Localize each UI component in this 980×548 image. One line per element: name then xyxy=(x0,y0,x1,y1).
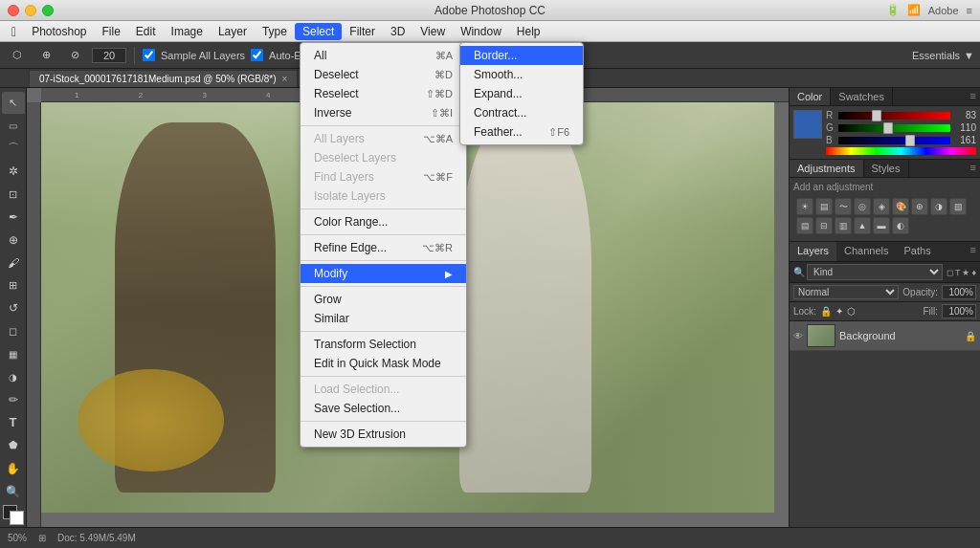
color-spectrum[interactable] xyxy=(826,147,976,155)
file-menu[interactable]: File xyxy=(95,23,128,40)
canvas-image[interactable] xyxy=(41,102,774,513)
zoom-fit-icon[interactable]: ⊞ xyxy=(38,533,46,543)
blend-mode-select[interactable]: Normal xyxy=(793,285,899,299)
canvas-container xyxy=(41,102,774,513)
brush-tool[interactable]: 🖌 xyxy=(2,252,25,274)
history-tool[interactable]: ↺ xyxy=(2,297,25,319)
posterize-adj[interactable]: ▥ xyxy=(835,217,852,234)
path-tool[interactable]: ⬟ xyxy=(2,434,25,456)
view-menu[interactable]: View xyxy=(412,23,453,40)
channels-tab[interactable]: Channels xyxy=(836,242,896,261)
tool-icon-1[interactable]: ⬡ xyxy=(6,44,29,67)
green-thumb[interactable] xyxy=(883,122,893,134)
curves-adj[interactable]: 〜 xyxy=(835,198,852,215)
filter-icon-4[interactable]: ♦ xyxy=(971,268,976,277)
gradient-tool[interactable]: ▦ xyxy=(2,343,25,365)
image-menu[interactable]: Image xyxy=(164,23,211,40)
move-tool[interactable]: ↖ xyxy=(2,92,25,114)
lock-all-icon[interactable]: ⬡ xyxy=(847,306,856,317)
minimize-button[interactable] xyxy=(25,5,36,16)
selective-color-adj[interactable]: ◐ xyxy=(892,217,909,234)
red-thumb[interactable] xyxy=(872,110,881,121)
magic-wand-tool[interactable]: ✲ xyxy=(2,161,25,183)
sample-all-layers-checkbox[interactable] xyxy=(143,49,155,61)
tool-icon-3[interactable]: ⊘ xyxy=(63,44,86,67)
window-menu[interactable]: Window xyxy=(453,23,509,40)
filter-icon-2[interactable]: T xyxy=(955,268,961,277)
marquee-tool[interactable]: ▭ xyxy=(2,115,25,137)
blue-slider[interactable] xyxy=(838,137,950,144)
filter-icon-3[interactable]: ★ xyxy=(962,268,969,277)
brightness-adj[interactable]: ☀ xyxy=(796,198,813,215)
hsl-adj[interactable]: 🎨 xyxy=(892,198,909,215)
gradient-map-adj[interactable]: ▬ xyxy=(873,217,890,234)
exposure-adj[interactable]: ◎ xyxy=(854,198,871,215)
select-menu-item[interactable]: Select xyxy=(295,23,342,40)
edit-menu[interactable]: Edit xyxy=(128,23,164,40)
layers-tab[interactable]: Layers xyxy=(790,242,836,261)
eyedropper-tool[interactable]: ✒ xyxy=(2,206,25,228)
tab-close-icon[interactable]: × xyxy=(282,74,288,84)
hand-tool[interactable]: ✋ xyxy=(2,457,25,479)
essentials-control[interactable]: Essentials ▼ xyxy=(912,50,974,61)
foreground-background-colors[interactable] xyxy=(3,505,24,525)
lasso-tool[interactable]: ⌒ xyxy=(2,138,25,160)
pen-tool[interactable]: ✏ xyxy=(2,389,25,411)
photoshop-menu[interactable]: Photoshop xyxy=(24,23,94,40)
search-icon: 🔍 xyxy=(793,267,805,277)
layer-menu[interactable]: Layer xyxy=(211,23,255,40)
zoom-tool[interactable]: 🔍 xyxy=(2,480,25,502)
levels-adj[interactable]: ▤ xyxy=(815,198,833,215)
text-tool[interactable]: T xyxy=(2,411,25,433)
green-slider[interactable] xyxy=(838,124,950,132)
help-menu[interactable]: Help xyxy=(509,23,548,40)
swatches-tab[interactable]: Swatches xyxy=(831,88,893,105)
filter-icon-1[interactable]: ◻ xyxy=(947,268,953,277)
type-menu[interactable]: Type xyxy=(255,23,295,40)
tool-icon-2[interactable]: ⊕ xyxy=(34,44,57,67)
background-layer-row[interactable]: 👁 Background 🔒 xyxy=(790,321,980,351)
brush-size-input[interactable] xyxy=(92,48,126,63)
document-tab[interactable]: 07-iStock_000017617181Medium.psd @ 50% (… xyxy=(29,70,298,87)
essentials-label: Essentials xyxy=(912,50,960,61)
photo-filter-adj[interactable]: ▧ xyxy=(949,198,967,215)
blue-slider-row: B 161 xyxy=(826,135,976,145)
styles-tab[interactable]: Styles xyxy=(864,160,909,177)
invert-adj[interactable]: ⊟ xyxy=(815,217,833,234)
eraser-tool[interactable]: ◻ xyxy=(2,320,25,342)
stamp-tool[interactable]: ⊞ xyxy=(2,274,25,296)
layers-kind-select[interactable]: Kind xyxy=(807,264,943,280)
layers-menu-icon[interactable]: ≡ xyxy=(967,242,980,261)
heal-tool[interactable]: ⊕ xyxy=(2,229,25,251)
doc-size: Doc: 5.49M/5.49M xyxy=(57,533,136,543)
maximize-button[interactable] xyxy=(42,5,54,16)
zoom-level: 50% xyxy=(8,533,27,543)
vibrance-adj[interactable]: ◈ xyxy=(873,198,890,215)
filter-menu[interactable]: Filter xyxy=(342,23,383,40)
channel-mix-adj[interactable]: ▤ xyxy=(796,217,813,234)
foreground-swatch[interactable] xyxy=(793,110,822,139)
panel-menu-icon[interactable]: ≡ xyxy=(967,88,980,105)
threshold-adj[interactable]: ▲ xyxy=(854,217,871,234)
lock-pixels-icon[interactable]: 🔒 xyxy=(820,306,832,317)
layer-visibility-icon[interactable]: 👁 xyxy=(793,331,803,341)
blue-thumb[interactable] xyxy=(905,135,915,146)
close-button[interactable] xyxy=(8,5,19,16)
lock-move-icon[interactable]: ✦ xyxy=(835,306,843,317)
bw-adj[interactable]: ◑ xyxy=(930,198,947,215)
color-tab[interactable]: Color xyxy=(790,88,831,105)
auto-enhance-checkbox[interactable] xyxy=(251,49,263,61)
red-slider[interactable] xyxy=(838,112,950,120)
b-label: B xyxy=(826,135,835,145)
3d-menu[interactable]: 3D xyxy=(383,23,412,40)
background-color[interactable] xyxy=(10,511,24,525)
paths-tab[interactable]: Paths xyxy=(897,242,939,261)
crop-tool[interactable]: ⊡ xyxy=(2,184,25,206)
colorbal-adj[interactable]: ⊕ xyxy=(911,198,928,215)
opacity-input[interactable] xyxy=(942,285,976,299)
dodge-tool[interactable]: ◑ xyxy=(2,366,25,388)
adjustments-tab[interactable]: Adjustments xyxy=(790,160,864,177)
adjustments-menu-icon[interactable]: ≡ xyxy=(967,160,980,177)
fill-input[interactable] xyxy=(942,304,976,318)
apple-menu[interactable]:  xyxy=(4,24,24,39)
